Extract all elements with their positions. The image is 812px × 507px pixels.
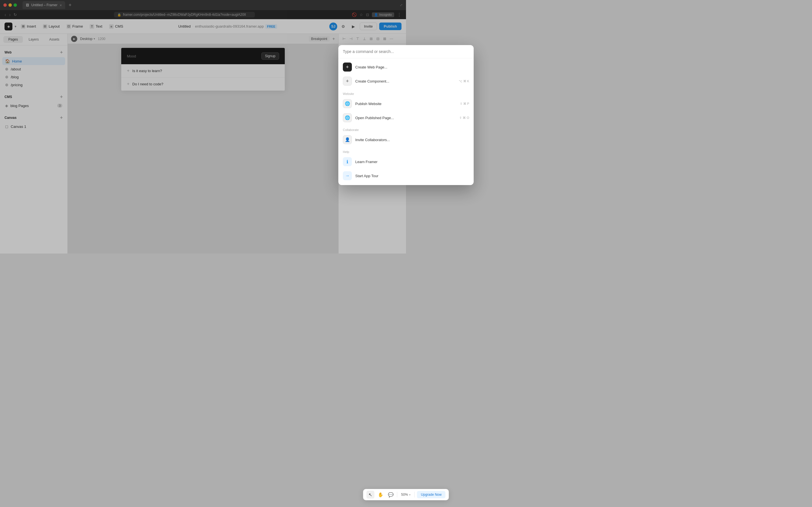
- command-item-tour[interactable]: → Start App Tour: [338, 169, 406, 183]
- create-component-icon: +: [343, 76, 352, 86]
- create-component-label: Create Component...: [355, 79, 389, 83]
- invite-label: Invite Collaborators...: [355, 138, 390, 142]
- website-section-label: Website: [338, 91, 406, 97]
- overlay[interactable]: + Create Web Page... + Create Component.…: [0, 0, 406, 253]
- collaborate-section-label: Collaborate: [338, 127, 406, 133]
- invite-icon: 👤: [343, 135, 352, 144]
- create-page-icon: +: [343, 62, 352, 71]
- tour-label: Start App Tour: [355, 174, 378, 178]
- publish-website-label: Publish Website: [355, 102, 382, 106]
- command-item-open-published[interactable]: 🌐 Open Published Page... ⇧ ⌘ O: [338, 111, 406, 125]
- command-item-create-component[interactable]: + Create Component... ⌥ ⌘ K: [338, 74, 406, 88]
- publish-website-icon: 🌐: [343, 99, 352, 108]
- open-published-label: Open Published Page...: [355, 116, 394, 120]
- open-published-icon: 🌐: [343, 113, 352, 122]
- collaborate-section: Collaborate 👤 Invite Collaborators...: [338, 126, 406, 148]
- tour-icon: →: [343, 171, 352, 180]
- command-item-publish[interactable]: 🌐 Publish Website ⇧ ⌘ P: [338, 97, 406, 111]
- command-item-learn[interactable]: ℹ Learn Framer: [338, 155, 406, 169]
- website-section: Website 🌐 Publish Website ⇧ ⌘ P 🌐 Open P…: [338, 90, 406, 126]
- command-item-invite[interactable]: 👤 Invite Collaborators...: [338, 133, 406, 147]
- help-section-label: Help: [338, 149, 406, 155]
- learn-label: Learn Framer: [355, 160, 377, 164]
- command-search-input[interactable]: [343, 49, 406, 54]
- command-search-area: [338, 45, 406, 58]
- command-top-items: + Create Web Page... + Create Component.…: [338, 58, 406, 90]
- learn-icon: ℹ: [343, 157, 352, 166]
- help-section: Help ℹ Learn Framer → Start App Tour: [338, 148, 406, 185]
- command-palette: + Create Web Page... + Create Component.…: [338, 45, 406, 185]
- command-item-create-page[interactable]: + Create Web Page...: [338, 60, 406, 74]
- create-page-label: Create Web Page...: [355, 65, 388, 69]
